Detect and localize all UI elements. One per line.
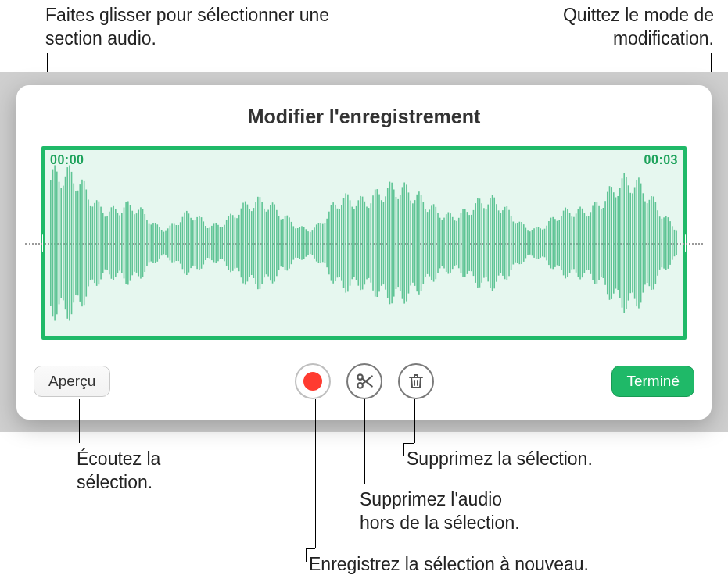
waveform-selection[interactable]: 00:00 00:03 [41,146,687,340]
leader-line [357,484,357,497]
svg-rect-207 [483,208,485,277]
svg-rect-276 [628,185,629,300]
record-icon [303,372,322,391]
leader-line [403,443,404,456]
svg-rect-94 [247,205,249,282]
svg-rect-190 [448,213,450,274]
svg-rect-15 [81,180,83,306]
svg-rect-155 [375,190,376,297]
svg-rect-9 [69,166,70,321]
delete-button[interactable] [398,363,434,399]
svg-rect-106 [272,202,274,284]
svg-rect-213 [496,204,497,282]
svg-rect-174 [414,200,416,286]
svg-rect-6 [63,186,64,301]
svg-rect-43 [140,207,142,278]
svg-rect-185 [437,213,439,273]
callout-text: Supprimez l'audio [360,489,502,509]
svg-rect-154 [372,195,374,291]
svg-rect-54 [163,232,165,255]
svg-rect-74 [205,226,206,260]
svg-rect-104 [267,210,269,277]
svg-rect-56 [167,228,169,257]
callout-text: Supprimez la sélection. [407,448,593,469]
svg-rect-51 [156,224,158,262]
svg-rect-150 [364,202,366,285]
svg-rect-194 [456,221,457,265]
selection-handle-right[interactable] [683,234,686,252]
svg-rect-178 [422,202,424,284]
svg-rect-177 [421,195,422,291]
button-label: Terminé [626,373,680,390]
svg-rect-202 [473,210,475,276]
svg-rect-145 [353,209,355,277]
svg-rect-206 [481,203,482,283]
svg-rect-166 [397,199,399,287]
svg-rect-197 [462,209,464,277]
svg-rect-267 [609,186,611,300]
svg-rect-20 [92,206,94,279]
svg-rect-59 [174,224,175,263]
svg-rect-101 [261,202,263,284]
svg-rect-52 [159,227,160,259]
trim-button[interactable] [346,363,382,399]
svg-rect-149 [362,197,364,290]
svg-rect-134 [331,205,332,280]
svg-rect-47 [149,224,150,263]
svg-rect-269 [613,192,615,294]
svg-rect-157 [378,195,380,292]
svg-rect-19 [90,206,91,280]
svg-rect-229 [529,231,531,255]
done-button[interactable]: Terminé [611,366,694,397]
svg-rect-278 [632,193,633,292]
svg-rect-291 [659,216,661,270]
svg-rect-218 [507,206,508,280]
svg-rect-255 [584,213,586,273]
svg-rect-119 [299,227,300,259]
svg-rect-142 [347,195,349,292]
svg-rect-5 [60,188,62,298]
svg-rect-124 [310,232,311,254]
svg-rect-110 [280,220,282,267]
svg-rect-33 [119,216,120,271]
svg-rect-31 [115,209,117,277]
svg-rect-181 [429,209,431,276]
scissors-icon [354,371,375,391]
preview-button[interactable]: Aperçu [34,366,110,397]
svg-rect-245 [563,211,565,276]
svg-rect-0 [50,180,52,306]
svg-rect-30 [113,206,114,280]
callout-listen-selection: Écoutez la sélection. [77,447,233,495]
svg-rect-286 [649,200,651,286]
svg-rect-73 [203,221,204,264]
callout-text: sélection. [77,472,152,492]
svg-rect-228 [527,230,529,255]
svg-rect-83 [224,225,225,262]
svg-rect-167 [400,195,401,291]
selection-handle-left[interactable] [42,234,45,252]
svg-rect-236 [544,229,546,258]
svg-rect-111 [282,219,284,267]
svg-rect-148 [360,196,361,290]
svg-rect-208 [486,209,487,277]
svg-rect-108 [276,210,278,277]
svg-rect-12 [75,191,77,295]
svg-rect-235 [542,230,543,257]
svg-rect-260 [594,202,596,284]
record-button[interactable] [295,363,331,399]
button-label: Aperçu [48,373,95,390]
svg-rect-17 [85,190,87,297]
svg-rect-158 [381,200,382,286]
svg-rect-294 [665,216,667,270]
svg-rect-183 [433,204,435,281]
svg-rect-232 [536,227,537,259]
svg-rect-46 [146,220,148,266]
svg-rect-186 [439,218,441,269]
svg-rect-44 [142,209,144,277]
svg-rect-293 [663,217,665,268]
svg-rect-212 [493,198,495,289]
svg-rect-171 [408,192,410,293]
svg-rect-205 [479,198,481,287]
svg-rect-191 [450,213,451,273]
svg-rect-82 [221,227,223,259]
